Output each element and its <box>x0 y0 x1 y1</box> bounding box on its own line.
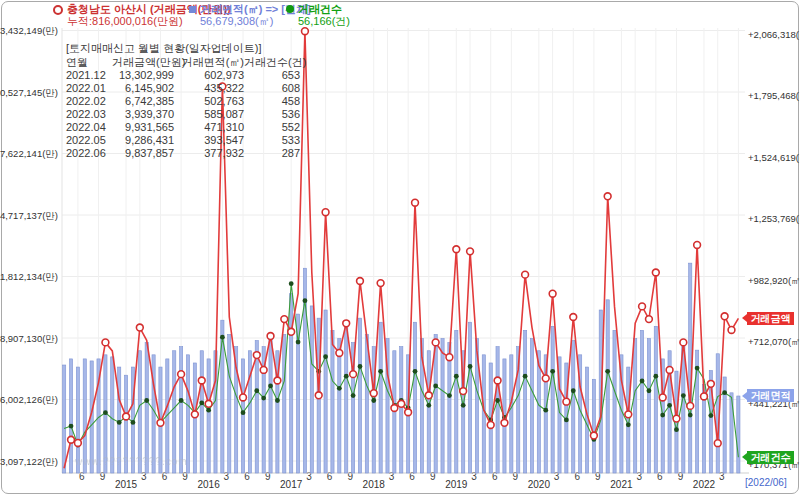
area-bar[interactable] <box>228 334 231 473</box>
area-bar[interactable] <box>345 326 348 473</box>
count-marker[interactable] <box>674 427 679 432</box>
count-marker[interactable] <box>220 335 225 340</box>
count-marker[interactable] <box>647 388 652 393</box>
count-marker[interactable] <box>268 383 273 388</box>
area-bar[interactable] <box>468 322 471 473</box>
amount-marker[interactable] <box>412 199 419 206</box>
amount-marker[interactable] <box>157 419 164 426</box>
amount-marker[interactable] <box>102 339 109 346</box>
count-marker[interactable] <box>199 401 204 406</box>
area-bar[interactable] <box>379 322 382 473</box>
amount-marker[interactable] <box>591 432 598 439</box>
count-marker[interactable] <box>358 364 363 369</box>
area-bar[interactable] <box>427 351 430 473</box>
amount-marker[interactable] <box>75 440 82 447</box>
count-marker[interactable] <box>695 366 700 371</box>
count-marker[interactable] <box>681 393 686 398</box>
area-bar[interactable] <box>269 339 272 473</box>
count-marker[interactable] <box>241 410 246 415</box>
area-bar[interactable] <box>365 334 368 473</box>
count-marker[interactable] <box>413 369 418 374</box>
amount-marker[interactable] <box>267 333 274 340</box>
amount-marker[interactable] <box>343 320 350 327</box>
legend-item-count[interactable]: 거래건수 56,166(건) <box>286 3 350 27</box>
count-marker[interactable] <box>289 281 294 286</box>
amount-marker[interactable] <box>549 290 556 297</box>
amount-marker[interactable] <box>487 422 494 429</box>
count-marker[interactable] <box>131 420 136 425</box>
count-marker[interactable] <box>69 424 74 429</box>
count-marker[interactable] <box>626 422 631 427</box>
amount-marker[interactable] <box>501 419 508 426</box>
amount-marker[interactable] <box>405 409 412 416</box>
amount-marker[interactable] <box>123 413 130 420</box>
area-bar[interactable] <box>358 318 361 473</box>
count-marker[interactable] <box>461 403 466 408</box>
area-bar[interactable] <box>69 359 72 473</box>
amount-marker[interactable] <box>646 316 653 323</box>
area-bar[interactable] <box>572 341 575 473</box>
count-marker[interactable] <box>468 364 473 369</box>
count-marker[interactable] <box>351 393 356 398</box>
amount-marker[interactable] <box>178 371 185 378</box>
count-marker[interactable] <box>426 403 431 408</box>
amount-marker[interactable] <box>391 405 398 412</box>
area-bar[interactable] <box>737 396 740 473</box>
count-marker[interactable] <box>653 374 658 379</box>
area-bar[interactable] <box>640 330 643 473</box>
count-marker[interactable] <box>344 374 349 379</box>
count-marker[interactable] <box>323 354 328 359</box>
amount-marker[interactable] <box>315 392 322 399</box>
amount-marker[interactable] <box>425 392 432 399</box>
count-marker[interactable] <box>523 374 528 379</box>
count-marker[interactable] <box>261 396 266 401</box>
area-bar[interactable] <box>613 330 616 473</box>
area-bar[interactable] <box>324 310 327 473</box>
amount-marker[interactable] <box>652 269 659 276</box>
count-marker[interactable] <box>275 398 280 403</box>
count-marker[interactable] <box>708 413 713 418</box>
amount-marker[interactable] <box>68 436 75 443</box>
amount-marker[interactable] <box>432 339 439 346</box>
count-marker[interactable] <box>144 398 149 403</box>
count-marker[interactable] <box>254 388 259 393</box>
amount-marker[interactable] <box>625 411 632 418</box>
count-marker[interactable] <box>447 393 452 398</box>
area-bar[interactable] <box>145 343 148 473</box>
area-bar[interactable] <box>647 339 650 473</box>
area-bar[interactable] <box>400 347 403 473</box>
amount-marker[interactable] <box>687 402 694 409</box>
amount-marker[interactable] <box>694 242 701 249</box>
area-bar[interactable] <box>634 339 637 473</box>
amount-marker[interactable] <box>240 394 247 401</box>
amount-marker[interactable] <box>728 327 735 334</box>
amount-marker[interactable] <box>639 303 646 310</box>
area-bar[interactable] <box>290 294 293 473</box>
amount-marker[interactable] <box>604 193 611 200</box>
area-bar[interactable] <box>180 347 183 473</box>
count-marker[interactable] <box>605 369 610 374</box>
count-marker[interactable] <box>303 298 308 303</box>
area-bar[interactable] <box>331 330 334 473</box>
amount-marker[interactable] <box>398 400 405 407</box>
count-marker[interactable] <box>688 413 693 418</box>
count-marker[interactable] <box>454 374 459 379</box>
amount-marker[interactable] <box>357 278 364 285</box>
amount-marker[interactable] <box>666 367 673 374</box>
amount-marker[interactable] <box>377 280 384 287</box>
amount-marker[interactable] <box>659 394 666 401</box>
area-bar[interactable] <box>530 339 533 473</box>
amount-marker[interactable] <box>446 354 453 361</box>
count-marker[interactable] <box>337 386 342 391</box>
amount-marker[interactable] <box>205 400 212 407</box>
area-bar[interactable] <box>241 359 244 473</box>
amount-marker[interactable] <box>494 377 501 384</box>
amount-marker[interactable] <box>336 350 343 357</box>
count-marker[interactable] <box>660 413 665 418</box>
amount-marker[interactable] <box>453 246 460 253</box>
amount-marker[interactable] <box>370 390 377 397</box>
count-marker[interactable] <box>433 383 438 388</box>
area-bar[interactable] <box>654 326 657 473</box>
area-bar[interactable] <box>283 334 286 473</box>
area-bar[interactable] <box>200 351 203 473</box>
